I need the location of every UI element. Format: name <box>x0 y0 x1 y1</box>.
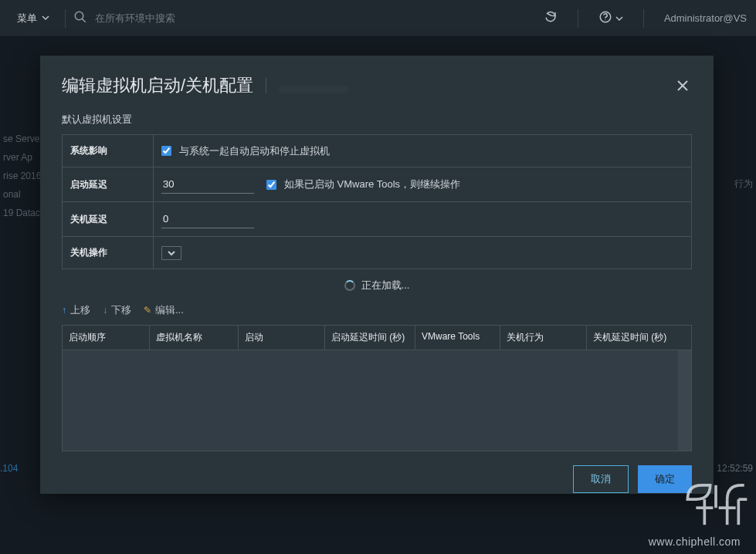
divider <box>266 78 266 93</box>
menu-button[interactable]: 菜单 <box>9 12 57 25</box>
vmware-tools-continue-checkbox[interactable] <box>266 180 276 190</box>
grid-header: 启动顺序 虚拟机名称 启动 启动延迟时间 (秒) VMware Tools 关机… <box>63 326 691 350</box>
user-label[interactable]: Administrator@VS <box>664 12 747 24</box>
config-row-startup-delay: 启动延迟 如果已启动 VMware Tools，则继续操作 <box>63 167 691 202</box>
spinner-icon <box>344 280 355 291</box>
system-impact-checkbox[interactable] <box>161 146 171 156</box>
svg-line-1 <box>82 19 86 22</box>
close-icon <box>676 79 689 92</box>
watermark-logo-icon <box>682 474 750 531</box>
cancel-button[interactable]: 取消 <box>573 465 629 493</box>
config-key: 系统影响 <box>63 135 154 167</box>
shutdown-delay-input[interactable] <box>161 210 254 228</box>
chevron-down-icon <box>615 12 623 25</box>
arrow-down-icon: ↓ <box>103 305 107 316</box>
vm-grid: 启动顺序 虚拟机名称 启动 启动延迟时间 (秒) VMware Tools 关机… <box>62 325 692 451</box>
modal-subtitle: ……………… <box>279 79 348 93</box>
grid-body <box>63 350 691 451</box>
loading-indicator: 正在加载... <box>40 269 714 299</box>
svg-point-3 <box>605 19 605 20</box>
menu-label: 菜单 <box>17 12 37 25</box>
config-row-shutdown-delay: 关机延迟 <box>63 202 691 237</box>
search-icon <box>73 10 87 27</box>
shutdown-action-select[interactable] <box>161 246 181 260</box>
chevron-down-icon <box>42 12 49 24</box>
edit-button[interactable]: ✎ 编辑... <box>144 303 184 317</box>
action-label: 上移 <box>70 303 90 317</box>
config-row-shutdown-action: 关机操作 <box>63 237 691 269</box>
modal-dialog: 编辑虚拟机启动/关机配置 ……………… 默认虚拟机设置 系统影响 与系统一起自动… <box>40 56 714 494</box>
checkbox-label: 如果已启动 VMware Tools，则继续操作 <box>284 177 460 191</box>
config-key: 关机操作 <box>63 237 154 269</box>
divider <box>578 9 578 28</box>
search-area[interactable]: 在所有环境中搜索 <box>73 10 544 27</box>
loading-text: 正在加载... <box>361 279 410 292</box>
move-down-button[interactable]: ↓ 下移 <box>103 303 131 317</box>
search-placeholder: 在所有环境中搜索 <box>95 12 175 25</box>
config-key: 关机延迟 <box>63 202 154 236</box>
divider <box>643 9 644 28</box>
help-button[interactable] <box>598 10 623 27</box>
help-icon <box>598 10 612 27</box>
move-up-button[interactable]: ↑ 上移 <box>62 303 90 317</box>
scrollbar[interactable] <box>678 350 691 451</box>
arrow-up-icon: ↑ <box>62 305 66 316</box>
action-label: 编辑... <box>155 303 184 317</box>
col-startup-order[interactable]: 启动顺序 <box>63 326 150 350</box>
checkbox-label: 与系统一起自动启动和停止虚拟机 <box>179 144 330 158</box>
config-table: 系统影响 与系统一起自动启动和停止虚拟机 启动延迟 如果已启动 VMware T… <box>62 134 692 269</box>
pencil-icon: ✎ <box>144 305 151 316</box>
action-label: 下移 <box>111 303 131 317</box>
svg-point-0 <box>75 12 83 20</box>
close-button[interactable] <box>673 76 692 95</box>
refresh-icon[interactable] <box>544 10 558 27</box>
config-row-system-impact: 系统影响 与系统一起自动启动和停止虚拟机 <box>63 135 691 167</box>
section-label: 默认虚拟机设置 <box>40 110 714 134</box>
col-vmware-tools[interactable]: VMware Tools <box>415 326 500 350</box>
modal-title: 编辑虚拟机启动/关机配置 <box>62 74 253 97</box>
config-key: 启动延迟 <box>63 167 154 201</box>
startup-delay-input[interactable] <box>161 175 254 194</box>
col-shutdown-delay[interactable]: 关机延迟时间 (秒) <box>587 326 691 350</box>
col-startup-delay[interactable]: 启动延迟时间 (秒) <box>325 326 415 350</box>
col-startup[interactable]: 启动 <box>239 326 325 350</box>
col-vm-name[interactable]: 虚拟机名称 <box>150 326 239 350</box>
col-shutdown-behavior[interactable]: 关机行为 <box>500 326 587 350</box>
watermark-text: www.chiphell.com <box>649 535 741 548</box>
chevron-down-icon <box>168 249 175 257</box>
divider <box>65 9 66 28</box>
